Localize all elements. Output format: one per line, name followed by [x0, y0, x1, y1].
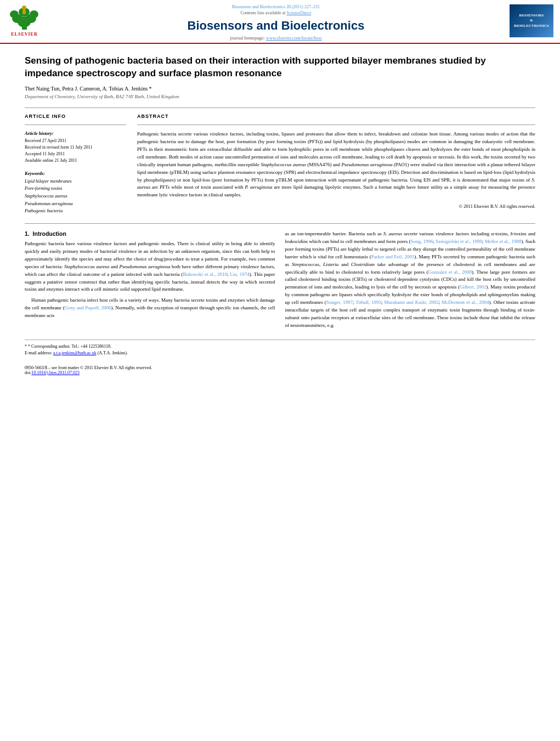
- keyword-5: Pathogenic bacteria: [25, 207, 126, 215]
- keywords-block: Keywords: Lipid bilayer membranes Pore-f…: [25, 171, 126, 215]
- keyword-4: Pseudomonas aeruginosa: [25, 200, 126, 208]
- available-date: Available online 21 July 2011: [25, 157, 126, 164]
- footnote-section: * * Corresponding author. Tel.: +44 1225…: [25, 340, 535, 375]
- elsevier-logo: ELSEVIER: [7, 4, 42, 37]
- article-info-column: ARTICLE INFO Article history: Received 2…: [25, 114, 126, 215]
- issn-text: 0956-5663/$ – see front matter © 2011 El…: [25, 365, 535, 370]
- divider-abstract: [137, 125, 535, 125]
- elsevier-tree-icon: [7, 4, 42, 31]
- svg-point-7: [22, 5, 26, 10]
- journal-issue-ref: Biosensors and Bioelectronics 28 (2011) …: [53, 4, 499, 9]
- ref-gonzalez[interactable]: Gonzalez et al., 2008: [428, 269, 472, 275]
- received-date: Received 27 April 2011: [25, 138, 126, 144]
- bios-journal-logo: BIOSENSORS & BIOELECTRONICS: [510, 4, 553, 37]
- abstract-label: ABSTRACT: [137, 114, 535, 119]
- body-section: 1. Introduction Pathogenic bacteria have…: [25, 223, 535, 333]
- footnote-star: * * Corresponding author. Tel.: +44 1225…: [25, 343, 535, 350]
- ref-mellor[interactable]: Mellor et al., 1988: [485, 239, 522, 244]
- intro-para-2: Human pathogenic bacteria infect host ce…: [25, 297, 275, 320]
- intro-body-right-text: as an ion-impermeable barrier. Bacteria …: [285, 230, 536, 330]
- sciencedirect-link[interactable]: ScienceDirect: [287, 10, 312, 15]
- article-content: Sensing of pathogenic bacteria based on …: [0, 44, 560, 386]
- divider-1: [25, 108, 535, 108]
- ref-song[interactable]: Song, 1996: [410, 239, 433, 244]
- ref-parker[interactable]: Parker and Feil, 2005: [371, 254, 415, 259]
- body-right-column: as an ion-impermeable barrier. Bacteria …: [285, 230, 536, 333]
- ref-titball[interactable]: Titball, 1993: [355, 299, 381, 305]
- body-left-column: 1. Introduction Pathogenic bacteria have…: [25, 230, 275, 333]
- author-names: Thet Naing Tun, Petra J. Cameron, A. Tob…: [25, 86, 152, 92]
- journal-header: ELSEVIER Biosensors and Bioelectronics 2…: [0, 0, 560, 44]
- right-para-1: as an ion-impermeable barrier. Bacteria …: [285, 230, 536, 330]
- doi-link[interactable]: 10.1016/j.bios.2011.07.023: [31, 370, 79, 375]
- abstract-column: ABSTRACT Pathogenic bacteria secrete var…: [137, 114, 535, 215]
- bios-logo-text: BIOSENSORS & BIOELECTRONICS: [514, 13, 549, 28]
- affiliation: Department of Chemistry, University of B…: [25, 94, 535, 99]
- keywords-label: Keywords:: [25, 171, 126, 176]
- ref-szmigielski[interactable]: Szmigielski et al., 1999: [435, 239, 482, 244]
- keyword-2: Pore-forming toxins: [25, 185, 126, 193]
- journal-title: Biosensors and Bioelectronics: [53, 19, 499, 33]
- accepted-date: Accepted 11 July 2011: [25, 151, 126, 157]
- article-title: Sensing of pathogenic bacteria based on …: [25, 55, 535, 80]
- ref-songer[interactable]: Songer, 1997: [326, 299, 353, 305]
- ref-bukowski[interactable]: Bukowski et al., 2010: [183, 271, 227, 277]
- journal-info-center: Biosensors and Bioelectronics 28 (2011) …: [42, 4, 510, 41]
- journal-homepage-link[interactable]: www.elsevier.com/locate/bios: [266, 35, 322, 41]
- intro-para-1: Pathogenic bacteria have various virulen…: [25, 240, 275, 294]
- email-link[interactable]: a.t.a.jenkins@bath.ac.uk: [53, 350, 97, 355]
- svg-point-5: [30, 10, 38, 18]
- abstract-text: Pathogenic bacteria secrete various viru…: [137, 131, 535, 199]
- copyright-line: © 2011 Elsevier B.V. All rights reserved…: [137, 203, 535, 209]
- ref-liu[interactable]: Liu, 1974: [230, 271, 250, 277]
- article-info-label: ARTICLE INFO: [25, 114, 126, 119]
- article-history-block: Article history: Received 27 April 2011 …: [25, 131, 126, 164]
- article-history-label: Article history:: [25, 131, 126, 136]
- keyword-3: Staphylococcus aureus: [25, 193, 126, 200]
- svg-point-4: [10, 10, 19, 18]
- ref-murakami[interactable]: Murakami and Kudo, 2002: [384, 299, 438, 305]
- introduction-heading: 1. Introduction: [25, 230, 275, 237]
- intro-body-text: Pathogenic bacteria have various virulen…: [25, 240, 275, 320]
- ref-geny[interactable]: Geny and Popoff, 2006: [65, 305, 111, 310]
- footnote-email: E-mail address: a.t.a.jenkins@bath.ac.uk…: [25, 350, 535, 357]
- issn-doi-block: 0956-5663/$ – see front matter © 2011 El…: [25, 365, 535, 375]
- page: ELSEVIER Biosensors and Bioelectronics 2…: [0, 0, 560, 741]
- doi-text: doi:10.1016/j.bios.2011.07.023: [25, 370, 535, 375]
- revised-date: Received in revised form 11 July 2011: [25, 144, 126, 151]
- body-two-col: 1. Introduction Pathogenic bacteria have…: [25, 230, 535, 333]
- svg-rect-8: [22, 10, 26, 14]
- journal-homepage-line: journal homepage: www.elsevier.com/locat…: [53, 35, 499, 41]
- divider-info: [25, 125, 126, 125]
- contents-available-text: Contents lists available at ScienceDirec…: [53, 10, 499, 15]
- elsevier-brand-text: ELSEVIER: [11, 32, 37, 37]
- ref-gilbert[interactable]: Gilbert, 2002: [460, 284, 486, 290]
- ref-mcdermott[interactable]: McDermott et al., 2004: [442, 299, 489, 305]
- keyword-1: Lipid bilayer membranes: [25, 178, 126, 185]
- authors-line: Thet Naing Tun, Petra J. Cameron, A. Tob…: [25, 86, 535, 92]
- article-info-abstract-section: ARTICLE INFO Article history: Received 2…: [25, 114, 535, 215]
